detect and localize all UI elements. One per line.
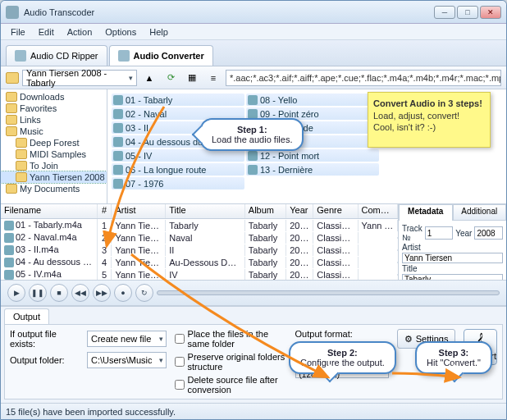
status-bar: 15 file(s) have been imported successful… — [1, 403, 506, 419]
pause-button[interactable]: ❚❚ — [29, 284, 47, 302]
tree-item[interactable]: Links — [1, 114, 107, 126]
artist-input[interactable] — [402, 253, 503, 263]
file-item[interactable]: 12 - Point mort — [246, 149, 379, 162]
callout-step1: Step 1:Load the audio files. — [200, 118, 304, 151]
menu-file[interactable]: File — [6, 25, 30, 39]
tab-audio-converter[interactable]: Audio Converter — [109, 45, 213, 66]
col-title[interactable]: Title — [166, 204, 245, 218]
table-row[interactable]: 04 - Au dessous du v…4Yann TiersenAu-Des… — [1, 256, 398, 268]
chk-delete[interactable] — [175, 380, 185, 390]
col-filename[interactable]: Filename — [1, 204, 98, 218]
file-item[interactable]: 13 - Dernière — [246, 163, 379, 176]
tab-cd-ripper[interactable]: Audio CD Ripper — [6, 45, 107, 66]
tree-item[interactable]: My Documents — [1, 183, 107, 194]
col-album[interactable]: Album — [245, 204, 286, 218]
folder-label: Output folder: — [10, 355, 84, 365]
play-button[interactable]: ▶ — [7, 284, 25, 302]
refresh-button[interactable]: ⟳ — [162, 69, 180, 87]
exists-combo[interactable]: Create new file — [87, 331, 167, 347]
file-item[interactable]: 08 - Yello — [246, 94, 379, 106]
seek-slider[interactable] — [157, 290, 500, 295]
col-num[interactable]: # — [98, 204, 112, 218]
tree-item[interactable]: To Join — [1, 160, 107, 171]
audio-file-icon — [113, 95, 123, 105]
list-view-button[interactable]: ≡ — [204, 69, 222, 87]
col-year[interactable]: Year — [286, 204, 313, 218]
output-folder-combo[interactable]: C:\Users\Music — [87, 352, 167, 368]
minimize-button[interactable]: ─ — [434, 6, 455, 19]
table-row[interactable]: 01 - Tabarly.m4a1Yann TiersenTabarlyTaba… — [1, 219, 398, 231]
audio-file-icon — [113, 109, 123, 119]
tree-item[interactable]: Deep Forest — [1, 137, 107, 148]
audio-file-icon — [4, 245, 14, 255]
folder-icon — [6, 184, 17, 194]
title-label: Title — [402, 264, 503, 273]
maximize-button[interactable]: □ — [457, 6, 478, 19]
chk-same-folder[interactable] — [175, 334, 185, 344]
folder-icon — [16, 149, 27, 159]
record-button[interactable]: ● — [114, 284, 132, 302]
menu-edit[interactable]: Edit — [34, 25, 59, 39]
title-input[interactable] — [402, 274, 503, 280]
col-composer[interactable]: Composer — [359, 204, 398, 218]
up-folder-button[interactable]: ▲ — [140, 69, 158, 87]
titlebar[interactable]: Audio Transcoder ─ □ ✕ — [1, 1, 506, 24]
table-row[interactable]: 05 - IV.m4a5Yann TiersenIVTabarly2008Cla… — [1, 268, 398, 280]
callout-step3: Step 3:Hit "Convert." — [415, 341, 492, 374]
year-input[interactable] — [474, 226, 503, 240]
tree-item[interactable]: MIDI Samples — [1, 148, 107, 160]
folder-icon — [6, 126, 17, 136]
menu-options[interactable]: Options — [100, 25, 141, 39]
col-genre[interactable]: Genre — [313, 204, 358, 218]
audio-file-icon — [113, 165, 123, 175]
grid-header[interactable]: Filename # Artist Title Album Year Genre… — [1, 204, 398, 219]
file-item[interactable]: 01 - Tabarly — [112, 94, 244, 106]
folder-icon — [6, 103, 17, 113]
prev-button[interactable]: ◀◀ — [71, 284, 89, 302]
next-button[interactable]: ▶▶ — [93, 284, 111, 302]
file-item[interactable]: 07 - 1976 — [112, 177, 244, 189]
tree-item[interactable]: Yann Tiersen 2008 - Tabarly — [1, 171, 107, 183]
file-item[interactable]: 06 - La longue route — [112, 163, 244, 176]
year-label: Year — [455, 229, 472, 238]
audio-file-icon — [248, 165, 258, 175]
folder-tree[interactable]: DownloadsFavoritesLinksMusicDeep ForestM… — [1, 89, 107, 203]
folder-icon — [6, 72, 19, 84]
tab-metadata[interactable]: Metadata — [399, 204, 453, 221]
tree-item[interactable]: Downloads — [1, 91, 107, 103]
close-button[interactable]: ✕ — [480, 6, 501, 19]
path-toolbar: Yann Tiersen 2008 - Tabarly ▲ ⟳ ▦ ≡ *.aa… — [1, 66, 506, 89]
menubar: FileEditActionOptionsHelp — [1, 24, 506, 40]
menu-action[interactable]: Action — [62, 25, 98, 39]
audio-file-icon — [248, 95, 258, 105]
grid-body[interactable]: 01 - Tabarly.m4a1Yann TiersenTabarlyTaba… — [1, 219, 398, 280]
table-row[interactable]: 03 - II.m4a3Yann TiersenIITabarly2008Cla… — [1, 244, 398, 256]
menu-help[interactable]: Help — [144, 25, 173, 39]
audio-file-icon — [4, 258, 14, 267]
tree-item[interactable]: Favorites — [1, 103, 107, 114]
callout-step2: Step 2:Configure the output. — [289, 341, 396, 374]
output-tab[interactable]: Output — [4, 308, 49, 324]
audio-file-icon — [113, 151, 123, 161]
window-title: Audio Transcoder — [24, 7, 434, 17]
folder-icon — [16, 138, 27, 148]
exists-label: If output file exists: — [10, 329, 84, 349]
track-input[interactable] — [425, 226, 454, 240]
chk-preserve[interactable] — [175, 357, 185, 367]
table-row[interactable]: 02 - Naval.m4a2Yann TiersenNavalTabarly2… — [1, 231, 398, 244]
tab-additional[interactable]: Additional — [453, 204, 507, 221]
stop-button[interactable]: ■ — [50, 284, 68, 302]
audio-file-icon — [248, 109, 258, 119]
mode-tabs: Audio CD Ripper Audio Converter — [1, 40, 506, 66]
file-item[interactable]: 05 - IV — [112, 149, 244, 162]
file-filter-combo[interactable]: *.aac;*.ac3;*.aif;*.aiff;*.ape;*.cue;*.f… — [226, 70, 501, 86]
sticky-note: Convert Audio in 3 steps! Load, adjust, … — [368, 92, 491, 148]
tree-item[interactable]: Music — [1, 126, 107, 137]
grid-view-button[interactable]: ▦ — [183, 69, 201, 87]
col-artist[interactable]: Artist — [112, 204, 166, 218]
loop-button[interactable]: ↻ — [135, 284, 153, 302]
audio-file-icon — [4, 233, 14, 243]
folder-icon — [16, 172, 27, 182]
folder-combo[interactable]: Yann Tiersen 2008 - Tabarly — [22, 70, 137, 86]
audio-file-icon — [113, 179, 123, 189]
